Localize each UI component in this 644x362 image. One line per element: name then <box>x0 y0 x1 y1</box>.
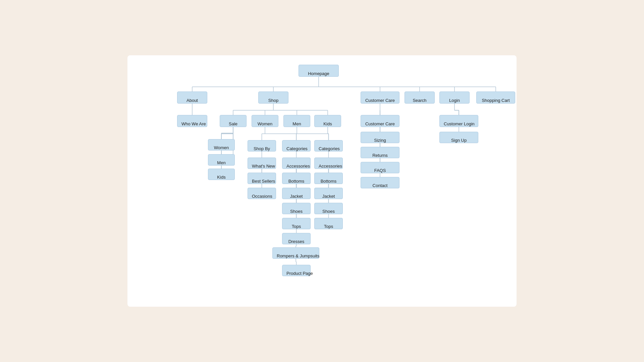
tops_kids-node[interactable]: Tops <box>314 218 343 229</box>
login-node[interactable]: Login <box>439 92 470 104</box>
diagram-container: HomepageAboutShopCustomer CareSearchLogi… <box>127 55 517 307</box>
contact-node[interactable]: Contact <box>361 177 399 188</box>
customer_care_top-node[interactable]: Customer Care <box>361 92 399 104</box>
who_we_are-node[interactable]: Who We Are <box>177 115 207 127</box>
best_sellers-node[interactable]: Best Sellers <box>248 173 276 184</box>
sign_up-node[interactable]: Sign Up <box>439 132 478 143</box>
sale-node[interactable]: Sale <box>220 115 247 127</box>
dresses-node[interactable]: Dresses <box>282 233 311 244</box>
search-node[interactable]: Search <box>405 92 435 104</box>
sizing-node[interactable]: Sizing <box>361 132 399 143</box>
bottoms_kids-node[interactable]: Bottoms <box>314 173 343 184</box>
kids-node[interactable]: Kids <box>314 115 341 127</box>
acc_kids-node[interactable]: Accessories <box>314 158 343 169</box>
whats_new-node[interactable]: What's New <box>248 158 276 169</box>
jacket_men-node[interactable]: Jacket <box>282 188 311 199</box>
shop-node[interactable]: Shop <box>258 92 288 104</box>
product_page-node[interactable]: Product Page <box>282 265 311 276</box>
returns-node[interactable]: Returns <box>361 147 399 158</box>
sale_men-node[interactable]: Men <box>208 154 235 166</box>
shoes_kids-node[interactable]: Shoes <box>314 203 343 214</box>
homepage-node[interactable]: Homepage <box>299 65 339 77</box>
shopping_cart-node[interactable]: Shopping Cart <box>476 92 515 104</box>
occasions-node[interactable]: Occasions <box>248 188 276 199</box>
men-node[interactable]: Men <box>283 115 310 127</box>
categories_men-node[interactable]: Categories <box>282 140 311 152</box>
women-node[interactable]: Women <box>252 115 278 127</box>
sale_women-node[interactable]: Women <box>208 139 235 150</box>
customer_care_sub-node[interactable]: Customer Care <box>361 115 399 127</box>
bottoms_men-node[interactable]: Bottoms <box>282 173 311 184</box>
sale_kids-node[interactable]: Kids <box>208 169 235 180</box>
tops_men-node[interactable]: Tops <box>282 218 311 229</box>
faqs-node[interactable]: FAQS <box>361 162 399 173</box>
categories_kids-node[interactable]: Categories <box>314 140 343 152</box>
shop_by-node[interactable]: Shop By <box>248 140 276 152</box>
rompers-node[interactable]: Rompers & Jumpsuits <box>272 247 319 259</box>
shoes_men-node[interactable]: Shoes <box>282 203 311 214</box>
customer_login-node[interactable]: Customer Login <box>439 115 478 127</box>
jacket_kids-node[interactable]: Jacket <box>314 188 343 199</box>
acc_men-node[interactable]: Accessories <box>282 158 311 169</box>
about-node[interactable]: About <box>177 92 207 104</box>
